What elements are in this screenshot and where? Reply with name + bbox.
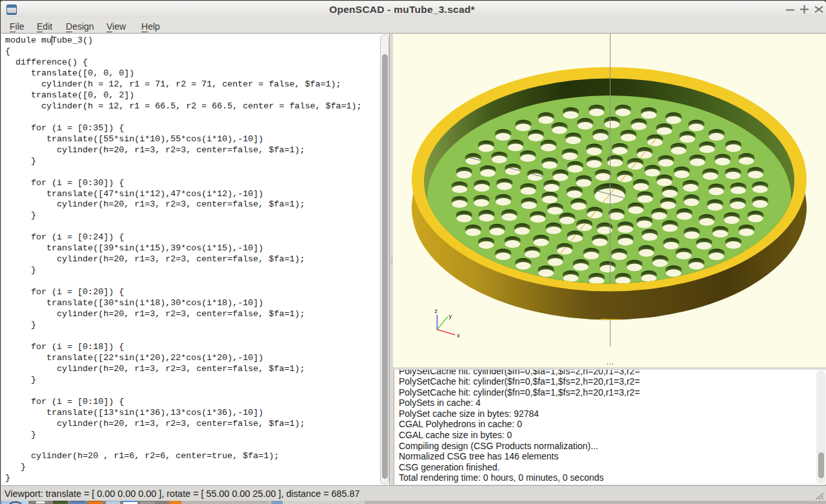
svg-text:y: y bbox=[449, 313, 452, 319]
svg-text:z: z bbox=[435, 308, 438, 314]
svg-text:x: x bbox=[457, 332, 460, 339]
